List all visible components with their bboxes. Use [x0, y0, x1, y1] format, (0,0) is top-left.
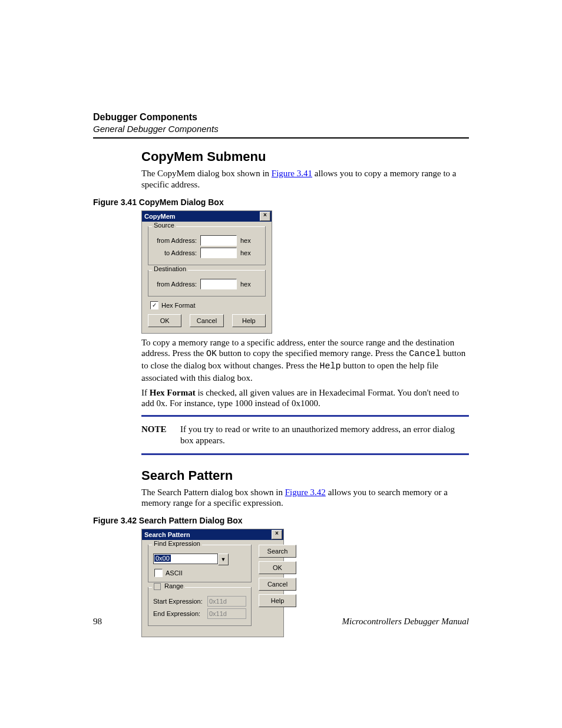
copymem-body-para-1: To copy a memory range to a specific add… — [141, 337, 469, 384]
chevron-down-icon[interactable]: ▼ — [218, 554, 229, 565]
copymem-titlebar: CopyMem × — [142, 211, 272, 222]
cancel-button[interactable]: Cancel — [190, 314, 223, 327]
search-pattern-intro: The Search Pattern dialog box shown in F… — [141, 487, 469, 509]
search-pattern-titlebar: Search Pattern × — [142, 529, 283, 540]
group-legend: Source — [152, 222, 176, 229]
close-icon[interactable]: × — [272, 530, 282, 539]
find-expression-group: Find Expression 0x00 ▼ ASCII — [148, 545, 252, 582]
to-address-input[interactable] — [200, 248, 237, 258]
ok-button[interactable]: OK — [148, 314, 181, 327]
section-heading-search-pattern: Search Pattern — [141, 468, 469, 483]
figure-link-3-42[interactable]: Figure 3.42 — [285, 487, 326, 497]
text: If — [141, 388, 150, 397]
page-footer: 98 Microcontrollers Debugger Manual — [93, 617, 469, 627]
figure-link-3-41[interactable]: Figure 3.41 — [272, 169, 312, 178]
figure-caption-3-41: Figure 3.41 CopyMem Dialog Box — [93, 197, 469, 207]
range-enable-checkbox[interactable] — [154, 583, 161, 590]
page-number: 98 — [93, 617, 102, 627]
figure-caption-3-42: Figure 3.42 Search Pattern Dialog Box — [93, 516, 469, 525]
source-group: Source from Address: hex to Address: hex — [148, 226, 266, 265]
hex-suffix: hex — [237, 237, 251, 244]
note-rule-top — [141, 415, 469, 417]
help-button[interactable]: Help — [259, 594, 296, 607]
header-rule — [93, 137, 469, 139]
copymem-intro: The CopyMem dialog box shown in Figure 3… — [141, 168, 469, 190]
note-block: NOTE If you try to read or write to an u… — [141, 415, 469, 455]
header-subtitle: General Debugger Components — [93, 124, 469, 134]
group-legend: Range — [152, 582, 185, 590]
help-button[interactable]: Help — [232, 314, 266, 327]
cancel-button[interactable]: Cancel — [259, 578, 296, 591]
destination-group: Destination from Address: hex — [148, 270, 266, 297]
dialog-title: Search Pattern — [144, 531, 190, 538]
range-legend-text: Range — [164, 582, 183, 589]
close-icon[interactable]: × — [260, 212, 270, 221]
to-address-label: to Address: — [153, 249, 200, 256]
from-address-label: from Address: — [153, 237, 200, 244]
text: The Search Pattern dialog box shown in — [141, 487, 285, 497]
copymem-dialog: CopyMem × Source from Address: hex to Ad… — [141, 210, 272, 334]
text: The CopyMem dialog box shown in — [141, 169, 272, 178]
start-expression-input: 0x11d — [207, 596, 246, 607]
checkbox-icon — [154, 569, 163, 577]
search-button[interactable]: Search — [259, 545, 296, 558]
copymem-body-para-2: If Hex Format is checked, all given valu… — [141, 387, 469, 410]
find-expression-combo[interactable]: 0x00 ▼ — [153, 554, 229, 565]
combo-value: 0x00 — [154, 555, 171, 562]
hex-suffix: hex — [237, 249, 251, 256]
hex-suffix: hex — [237, 281, 251, 288]
checkbox-label: Hex Format — [161, 302, 195, 309]
hex-format-checkbox[interactable]: ✓ Hex Format — [150, 301, 266, 309]
group-legend: Destination — [152, 265, 188, 272]
checkbox-icon: ✓ — [150, 301, 158, 309]
start-expression-label: Start Expression: — [153, 598, 207, 605]
code-cancel: Cancel — [409, 349, 441, 359]
checkbox-label: ASCII — [166, 569, 183, 577]
note-rule-bottom — [141, 453, 469, 455]
ok-button[interactable]: OK — [259, 561, 296, 574]
dialog-title: CopyMem — [144, 213, 176, 220]
group-legend: Find Expression — [152, 540, 202, 547]
text: button to copy the specified memory rang… — [217, 348, 409, 358]
manual-title: Microcontrollers Debugger Manual — [342, 617, 469, 627]
code-ok: OK — [206, 349, 217, 359]
section-heading-copymem: CopyMem Submenu — [141, 149, 469, 164]
code-help: Help — [319, 361, 340, 371]
dest-from-address-input[interactable] — [200, 279, 237, 289]
header-title: Debugger Components — [93, 112, 469, 123]
dest-from-address-label: from Address: — [153, 281, 200, 288]
note-text: If you try to read or write to an unauth… — [180, 424, 469, 446]
ascii-checkbox[interactable]: ASCII — [154, 569, 246, 577]
note-label: NOTE — [141, 424, 180, 446]
from-address-input[interactable] — [200, 235, 237, 246]
bold-hex-format: Hex Format — [150, 388, 196, 397]
